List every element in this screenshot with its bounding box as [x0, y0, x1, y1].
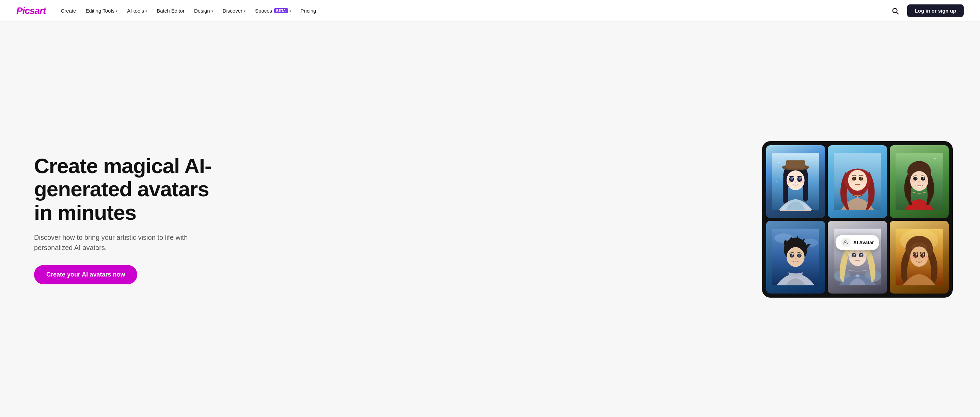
svg-point-80: [845, 241, 846, 243]
hero-title: Create magical AI-generated avatars in m…: [34, 154, 232, 224]
nav-label-pricing: Pricing: [301, 8, 317, 14]
avatar-showcase: ✦: [762, 141, 953, 298]
nav-label-discover: Discover: [223, 8, 242, 14]
svg-point-52: [800, 254, 800, 255]
svg-point-76: [916, 254, 917, 255]
logo-text: Picsart: [16, 5, 46, 16]
nav-item-discover[interactable]: Discover ▾: [219, 5, 250, 16]
svg-point-28: [861, 178, 862, 179]
avatar-cell-2: [828, 145, 887, 218]
svg-point-65: [861, 256, 866, 258]
svg-point-62: [854, 254, 855, 255]
avatar-red-hair-woman: [834, 152, 881, 211]
svg-point-79: [923, 256, 929, 260]
avatar-woman-red-dress: ✦: [896, 152, 943, 211]
avatar-cell-5: [828, 221, 887, 293]
ai-avatar-label: AI Avatar: [853, 240, 874, 245]
cta-button[interactable]: Create your AI avatars now: [34, 265, 137, 284]
chevron-down-icon: ▾: [145, 9, 147, 13]
svg-point-29: [849, 179, 854, 182]
ai-avatar-tooltip: AI Avatar: [835, 235, 879, 250]
chevron-down-icon: ▾: [290, 9, 291, 13]
avatar-cell-1: [766, 145, 825, 218]
logo[interactable]: Picsart: [16, 5, 46, 16]
hero-content: Create magical AI-generated avatars in m…: [34, 154, 232, 284]
avatar-icon-circle: [841, 238, 851, 247]
hero-image: ✦: [762, 141, 953, 298]
svg-point-37: [916, 178, 917, 179]
svg-line-1: [897, 12, 898, 14]
login-button-label: Log in or sign up: [915, 8, 956, 14]
svg-point-38: [923, 178, 924, 179]
search-icon: [891, 7, 899, 14]
svg-point-30: [861, 179, 866, 182]
svg-point-19: [787, 181, 791, 183]
svg-point-64: [849, 256, 854, 258]
avatar-cell-6: [890, 221, 949, 293]
nav-item-spaces[interactable]: Spaces BETA ▾: [251, 5, 295, 16]
nav-item-editing-tools[interactable]: Editing Tools ▾: [81, 5, 122, 16]
svg-point-67: [856, 275, 859, 277]
avatar-young-man: [772, 228, 819, 286]
navbar-left: Picsart Create Editing Tools ▾ AI tools …: [16, 5, 320, 16]
svg-point-51: [792, 254, 793, 255]
svg-point-20: [800, 181, 804, 183]
chevron-down-icon: ▾: [116, 9, 118, 13]
svg-point-4: [812, 160, 813, 161]
svg-point-77: [923, 254, 924, 255]
nav-menu: Create Editing Tools ▾ AI tools ▾ Batch …: [57, 5, 320, 16]
nav-label-spaces: Spaces: [255, 8, 272, 14]
nav-label-design: Design: [194, 8, 210, 14]
svg-point-39: [910, 180, 915, 182]
svg-point-12: [787, 170, 805, 190]
svg-point-27: [854, 178, 855, 179]
avatar-cell-3: ✦: [890, 145, 949, 218]
svg-point-40: [923, 180, 928, 182]
svg-point-31: [856, 196, 858, 198]
svg-point-5: [777, 181, 777, 182]
svg-point-46: [787, 247, 805, 267]
svg-point-35: [913, 177, 917, 181]
person-add-icon: [843, 240, 849, 245]
nav-item-pricing[interactable]: Pricing: [297, 5, 320, 16]
hero-section: Create magical AI-generated avatars in m…: [0, 22, 980, 417]
avatar-brown-hair-woman: [896, 228, 943, 286]
nav-item-batch-editor[interactable]: Batch Editor: [153, 5, 189, 16]
hero-subtitle: Discover how to bring your artistic visi…: [34, 232, 197, 253]
chevron-down-icon: ▾: [212, 9, 213, 13]
nav-label-batch-editor: Batch Editor: [157, 8, 185, 14]
navbar: Picsart Create Editing Tools ▾ AI tools …: [0, 0, 980, 22]
navbar-right: Log in or sign up: [889, 5, 964, 17]
svg-point-3: [779, 162, 780, 163]
nav-label-create: Create: [60, 8, 76, 14]
spaces-beta-badge: BETA: [274, 8, 288, 13]
avatar-cell-4: [766, 221, 825, 293]
svg-rect-11: [786, 160, 805, 169]
svg-text:✦: ✦: [933, 157, 936, 161]
chevron-down-icon: ▾: [244, 9, 245, 13]
cta-button-label: Create your AI avatars now: [46, 271, 125, 278]
nav-label-ai-tools: AI tools: [127, 8, 144, 14]
svg-point-63: [861, 254, 862, 255]
nav-item-create[interactable]: Create: [57, 5, 80, 16]
svg-point-36: [921, 177, 925, 181]
nav-item-design[interactable]: Design ▾: [190, 5, 217, 16]
nav-label-editing-tools: Editing Tools: [86, 8, 115, 14]
nav-item-ai-tools[interactable]: AI tools ▾: [123, 5, 151, 16]
svg-point-18: [800, 178, 801, 179]
svg-point-17: [792, 178, 793, 179]
avatar-anime-girl: [772, 152, 819, 211]
search-button[interactable]: [889, 5, 902, 17]
svg-point-78: [910, 256, 916, 260]
login-button[interactable]: Log in or sign up: [907, 5, 964, 17]
